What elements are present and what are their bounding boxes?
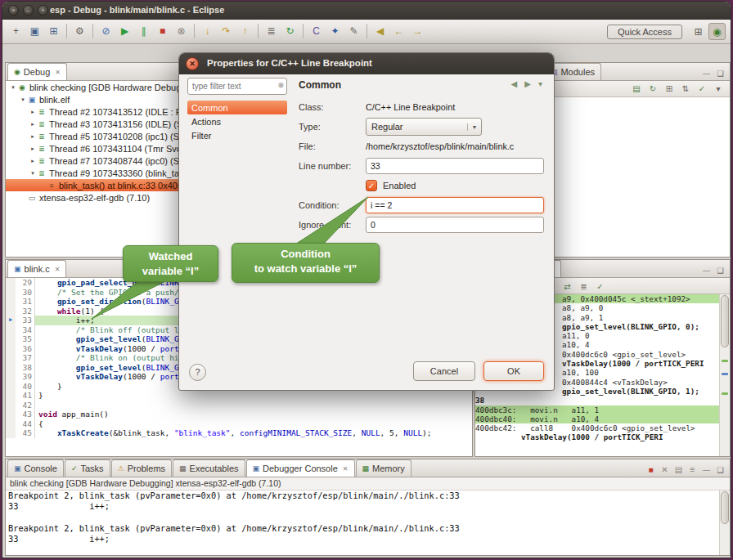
scrollbar-thumb[interactable] (721, 491, 729, 524)
show-registers-icon[interactable]: ▤ (629, 83, 644, 96)
annotations-icon[interactable]: ✎ (345, 23, 362, 40)
dialog-field-row: Ignore count:0 (299, 215, 544, 235)
forward-icon[interactable]: → (409, 23, 426, 40)
minimize-icon[interactable]: — (701, 69, 712, 78)
close-icon[interactable]: ✕ (55, 69, 61, 76)
maximize-icon[interactable]: ❑ (715, 466, 726, 474)
remove-launch-icon[interactable]: ✕ (659, 465, 670, 474)
tab-console[interactable]: ▣Console (7, 459, 64, 477)
chevron-down-icon[interactable]: ▾ (538, 79, 542, 88)
close-icon[interactable]: ✕ (343, 465, 349, 473)
tab-debug[interactable]: ◉ Debug ✕ (7, 63, 67, 80)
expand-arrow-icon[interactable]: ▸ (29, 133, 37, 140)
restart-icon[interactable]: ↻ (281, 23, 299, 40)
expand-arrow-icon[interactable]: ▾ (29, 170, 37, 177)
disassembly-line[interactable]: 400dbc42: call8 0x400dc6c0 <gpio_set_lev… (475, 423, 719, 432)
minimize-icon[interactable]: — (701, 267, 712, 275)
dialog-nav-item-actions[interactable]: Actions (187, 114, 287, 128)
editor-line[interactable]: 43void app_main() (6, 410, 472, 419)
quick-access-button[interactable]: Quick Access (607, 25, 682, 39)
ignore-count-input[interactable]: 0 (366, 217, 544, 233)
save-all-icon[interactable]: ⊞ (45, 23, 62, 40)
expand-arrow-icon[interactable]: ▸ (29, 109, 37, 115)
tab-blink-c[interactable]: ▣ blink.c ✕ (7, 260, 66, 277)
editor-line[interactable]: 45 xTaskCreate(&blink_task, "blink_task"… (6, 428, 472, 438)
tab-executables[interactable]: ▦Executables (173, 459, 245, 477)
clear-filter-icon[interactable]: ⊗ (277, 81, 284, 89)
window-minimize-button[interactable]: – (23, 5, 34, 16)
scroll-lock-icon[interactable]: ≡ (687, 465, 698, 474)
search-icon[interactable]: ✦ (326, 23, 344, 40)
build-icon[interactable]: ⚙ (71, 23, 88, 40)
expand-arrow-icon[interactable]: ▸ (29, 158, 37, 164)
filter-input[interactable] (187, 78, 287, 95)
refresh-icon[interactable]: ↻ (645, 83, 660, 96)
close-icon[interactable]: ✕ (55, 266, 61, 273)
debug-perspective-icon[interactable]: ◉ (708, 23, 726, 40)
collapse-all-icon[interactable]: ⇅ (678, 83, 693, 96)
step-return-icon[interactable]: ↑ (236, 23, 254, 40)
view-menu-icon[interactable]: ▾ (711, 83, 726, 96)
help-button[interactable]: ? (189, 364, 206, 381)
tab-tasks[interactable]: ✓Tasks (65, 459, 110, 477)
disassembly-line[interactable]: 400dbc40: movi.n a10, 4 (475, 414, 719, 423)
skip-all-breakpoints-icon[interactable]: ⊘ (97, 23, 115, 40)
disconnect-icon[interactable]: ⊗ (173, 23, 190, 40)
dialog-section-title: Common (299, 79, 341, 91)
console-icon: ▣ (14, 464, 21, 473)
save-icon[interactable]: ▣ (26, 23, 43, 40)
enabled-checkbox[interactable]: ✓ (366, 180, 377, 191)
ok-button[interactable]: OK (483, 361, 544, 381)
maximize-icon[interactable]: ❑ (715, 267, 726, 275)
disassembly-line[interactable]: 400dbc3c: movi.n a11, 1 (475, 405, 719, 414)
minimize-icon[interactable]: — (701, 466, 712, 474)
suspend-icon[interactable]: ∥ (135, 23, 152, 40)
scrollbar-thumb[interactable] (721, 295, 729, 347)
back-arrow-icon[interactable]: ◀ (511, 79, 518, 88)
expand-arrow-icon[interactable]: ▾ (9, 84, 17, 91)
forward-arrow-icon[interactable]: ▶ (524, 79, 531, 88)
expand-arrow-icon[interactable]: ▾ (19, 96, 27, 103)
new-c-element-icon[interactable]: C (308, 23, 325, 40)
tab-problems[interactable]: ⚠Problems (111, 459, 173, 477)
dialog-close-button[interactable]: ✕ (186, 57, 199, 70)
tab-debugger-console[interactable]: ▣Debugger Console✕ (246, 459, 355, 477)
console-scrollbar[interactable] (719, 491, 730, 555)
open-perspective-icon[interactable]: ⊞ (690, 24, 707, 41)
editor-line[interactable]: 41} (6, 391, 472, 401)
condition-input[interactable]: i == 2 (366, 197, 544, 213)
new-icon[interactable]: + (7, 23, 25, 40)
console-toolbar: ■✕▤≡—❑ (645, 465, 730, 477)
resume-icon[interactable]: ▶ (116, 23, 133, 40)
terminate-icon[interactable]: ■ (154, 23, 171, 40)
sync-source-icon[interactable]: ⇄ (560, 280, 575, 293)
step-over-icon[interactable]: ↷ (218, 23, 235, 40)
editor-line[interactable]: 42 (6, 401, 472, 410)
layout-icon[interactable]: ⊞ (662, 83, 677, 96)
dialog-nav-item-filter[interactable]: Filter (187, 128, 287, 142)
window-maximize-button[interactable]: + (38, 5, 48, 16)
maximize-icon[interactable]: ❑ (715, 69, 726, 78)
instruction-pointer-icon[interactable]: ▶ (6, 316, 16, 325)
show-source-icon[interactable]: ≣ (577, 280, 591, 293)
terminate-icon[interactable]: ■ (645, 465, 656, 474)
expand-arrow-icon[interactable]: ▸ (29, 121, 37, 128)
type-dropdown[interactable]: Regular▾ (366, 118, 482, 136)
track-expression-icon[interactable]: ✓ (593, 280, 608, 293)
dialog-nav-item-common[interactable]: Common (187, 101, 287, 114)
pin-icon[interactable]: ✓ (695, 83, 709, 96)
clear-console-icon[interactable]: ▤ (673, 465, 684, 474)
disassembly-scrollbar[interactable] (719, 294, 730, 456)
last-edit-icon[interactable]: ◀ (371, 23, 389, 40)
line-number-input[interactable]: 33 (366, 158, 544, 174)
back-icon[interactable]: ← (390, 23, 407, 40)
tab-memory[interactable]: ▦Memory (356, 459, 411, 477)
step-into-icon[interactable]: ↓ (199, 23, 216, 40)
editor-line[interactable]: 44{ (6, 419, 472, 429)
expand-arrow-icon[interactable]: ▸ (29, 146, 37, 152)
instruction-stepping-icon[interactable]: ≣ (263, 23, 280, 40)
disassembly-line[interactable]: 38 (475, 396, 719, 405)
disassembly-line[interactable]: vTaskDelay(1000 / portTICK_PERI (475, 432, 719, 441)
window-close-button[interactable]: × (8, 5, 19, 16)
cancel-button[interactable]: Cancel (413, 361, 475, 381)
